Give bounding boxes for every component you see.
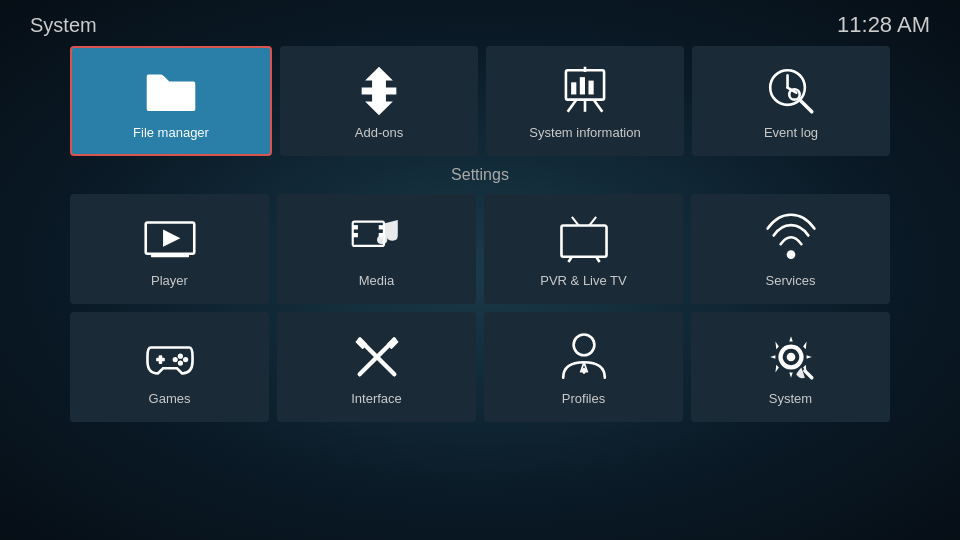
tile-media-label: Media: [359, 273, 394, 288]
system-info-icon: [559, 65, 611, 117]
tile-pvr-label: PVR & Live TV: [540, 273, 626, 288]
clock: 11:28 AM: [837, 12, 930, 38]
svg-line-25: [589, 216, 596, 225]
svg-rect-28: [158, 355, 161, 364]
svg-rect-17: [352, 225, 357, 229]
pvr-icon: [558, 213, 610, 265]
svg-rect-19: [378, 225, 383, 229]
svg-line-2: [594, 99, 603, 111]
event-log-icon: [765, 65, 817, 117]
svg-rect-5: [580, 77, 585, 94]
svg-rect-18: [352, 232, 357, 236]
svg-line-24: [571, 216, 578, 225]
svg-line-11: [800, 99, 812, 111]
svg-point-32: [172, 357, 177, 362]
settings-section-label: Settings: [0, 166, 960, 184]
page-title: System: [30, 14, 97, 37]
player-icon: [144, 213, 196, 265]
games-icon: [144, 331, 196, 383]
settings-grid: Player Media: [0, 194, 960, 422]
header: System 11:28 AM: [0, 0, 960, 46]
tile-file-manager[interactable]: File manager: [70, 46, 272, 156]
tile-system-info-label: System information: [529, 125, 640, 140]
svg-point-29: [177, 353, 182, 358]
interface-icon: [351, 331, 403, 383]
tile-event-log-label: Event log: [764, 125, 818, 140]
services-icon: [765, 213, 817, 265]
top-tiles-row: File manager Add-ons System information: [0, 46, 960, 156]
tile-player-label: Player: [151, 273, 188, 288]
system-icon: [765, 331, 817, 383]
tile-pvr-live-tv[interactable]: PVR & Live TV: [484, 194, 683, 304]
svg-point-31: [177, 360, 182, 365]
media-icon: [351, 213, 403, 265]
settings-row-2: Games Interface Prof: [70, 312, 890, 422]
svg-point-37: [573, 334, 594, 355]
tile-services-label: Services: [766, 273, 816, 288]
folder-icon: [145, 65, 197, 117]
tile-system[interactable]: System: [691, 312, 890, 422]
tile-add-ons-label: Add-ons: [355, 125, 403, 140]
tile-games[interactable]: Games: [70, 312, 269, 422]
tile-media[interactable]: Media: [277, 194, 476, 304]
svg-line-1: [568, 99, 577, 111]
tile-games-label: Games: [149, 391, 191, 406]
svg-point-30: [183, 357, 188, 362]
tile-interface-label: Interface: [351, 391, 402, 406]
svg-marker-15: [163, 229, 180, 246]
profiles-icon: [558, 331, 610, 383]
svg-point-26: [786, 250, 795, 259]
tile-profiles-label: Profiles: [562, 391, 605, 406]
tile-event-log[interactable]: Event log: [692, 46, 890, 156]
svg-rect-6: [588, 80, 593, 94]
tile-system-information[interactable]: System information: [486, 46, 684, 156]
svg-rect-14: [150, 253, 188, 256]
tile-profiles[interactable]: Profiles: [484, 312, 683, 422]
tile-add-ons[interactable]: Add-ons: [280, 46, 478, 156]
tile-player[interactable]: Player: [70, 194, 269, 304]
tile-system-label: System: [769, 391, 812, 406]
tile-file-manager-label: File manager: [133, 125, 209, 140]
svg-point-41: [786, 352, 795, 361]
tile-interface[interactable]: Interface: [277, 312, 476, 422]
svg-rect-21: [561, 225, 606, 256]
tile-services[interactable]: Services: [691, 194, 890, 304]
svg-line-42: [804, 370, 811, 377]
addons-icon: [353, 65, 405, 117]
svg-rect-4: [571, 82, 576, 94]
settings-row-1: Player Media: [70, 194, 890, 304]
